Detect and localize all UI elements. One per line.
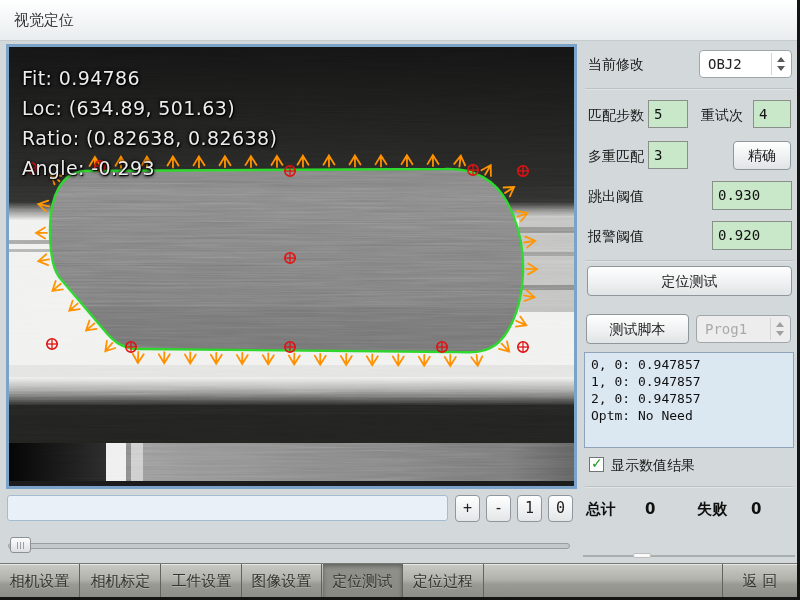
chevron-updown-icon [771,53,791,75]
title-bar: 视觉定位 [0,0,800,41]
zoom-in-button[interactable]: + [455,495,480,522]
camera-view-frame: Fit: 0.94786 Loc: (634.89, 501.63) Ratio… [6,44,577,489]
match-steps-label: 匹配步数 [588,107,644,125]
object-select[interactable]: OBJ2 [699,50,792,78]
tab-locate-test[interactable]: 定位测试 [323,564,403,598]
show-results-label: 显示数值结果 [611,457,695,475]
chevron-updown-icon [770,318,790,340]
zoom-one-button[interactable]: 1 [517,495,542,522]
tab-camera-settings[interactable]: 相机设置 [0,564,80,598]
image-scroll-track[interactable] [8,543,570,549]
separator [585,260,793,262]
show-results-checkbox[interactable] [589,457,604,472]
overlay-ratio: Ratio: (0.82638, 0.82638) [22,127,277,149]
tab-image-settings[interactable]: 图像设置 [242,564,322,598]
overlay-angle: Angle: -0.293 [22,157,155,179]
tab-camera-calibration[interactable]: 相机标定 [81,564,161,598]
fail-label: 失败 [697,500,727,519]
result-line: 2, 0: 0.947857 [591,390,787,407]
program-select-value: Prog1 [705,316,747,342]
current-edit-label: 当前修改 [588,56,644,74]
overlay-loc: Loc: (634.89, 501.63) [22,97,235,119]
panel-bottom-divider [583,555,795,557]
alarm-threshold-label: 报警阈值 [588,228,644,246]
tab-locate-process[interactable]: 定位过程 [403,564,484,598]
result-line: Optm: No Need [591,407,787,424]
overlay-fit: Fit: 0.94786 [22,67,140,89]
command-input[interactable] [7,495,448,521]
jump-threshold-input[interactable]: 0.930 [712,181,792,210]
alarm-threshold-input[interactable]: 0.920 [712,221,792,250]
jump-threshold-label: 跳出阈值 [588,188,644,206]
splitter-handle[interactable] [633,553,651,558]
image-scroll-handle[interactable] [10,537,31,553]
total-value: 0 [645,500,655,518]
tab-workpiece-settings[interactable]: 工件设置 [162,564,242,598]
separator [585,88,793,90]
object-select-value: OBJ2 [708,51,742,77]
window-title: 视觉定位 [14,0,74,40]
zoom-zero-button[interactable]: 0 [548,495,573,522]
zoom-out-button[interactable]: - [486,495,511,522]
camera-canvas[interactable]: Fit: 0.94786 Loc: (634.89, 501.63) Ratio… [9,47,574,486]
program-select[interactable]: Prog1 [696,315,791,343]
fail-value: 0 [751,500,761,518]
result-line: 0, 0: 0.947857 [591,356,787,373]
retry-input[interactable]: 4 [753,100,791,128]
return-button[interactable]: 返 回 [722,564,797,598]
precise-button[interactable]: 精确 [733,141,791,170]
bottom-tab-bar: 相机设置 相机标定 工件设置 图像设置 定位测试 定位过程 返 回 [0,563,797,598]
multi-match-input[interactable]: 3 [648,141,688,169]
separator [585,486,793,488]
result-line: 1, 0: 0.947857 [591,373,787,390]
results-log: 0, 0: 0.947857 1, 0: 0.947857 2, 0: 0.94… [584,352,794,448]
multi-match-label: 多重匹配 [588,148,644,166]
total-label: 总计 [586,500,616,519]
match-steps-input[interactable]: 5 [648,100,688,128]
retry-label: 重试次 [701,107,743,125]
app-window: 视觉定位 [0,0,800,600]
locate-test-button[interactable]: 定位测试 [587,266,792,296]
test-script-button[interactable]: 测试脚本 [586,314,689,344]
